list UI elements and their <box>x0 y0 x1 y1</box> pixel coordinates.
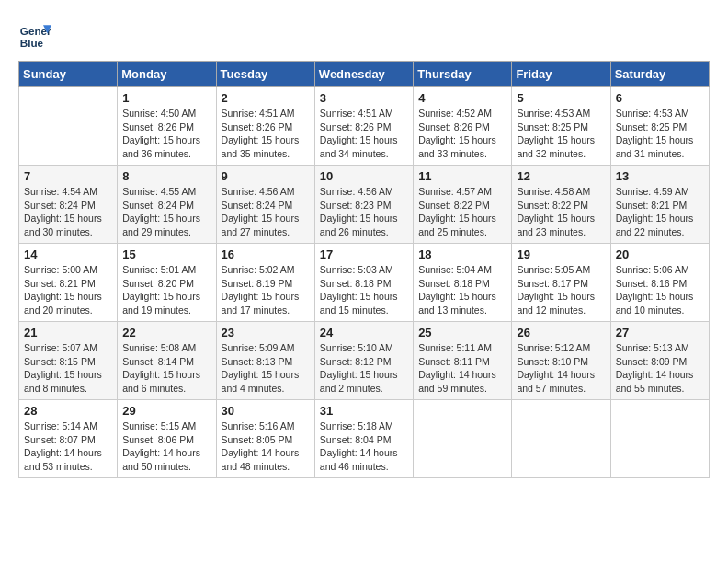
calendar-cell: 19Sunrise: 5:05 AM Sunset: 8:17 PM Dayli… <box>512 244 610 322</box>
day-info: Sunrise: 4:55 AM Sunset: 8:24 PM Dayligh… <box>122 185 210 239</box>
calendar-cell: 24Sunrise: 5:10 AM Sunset: 8:12 PM Dayli… <box>314 322 413 400</box>
calendar-cell: 13Sunrise: 4:59 AM Sunset: 8:21 PM Dayli… <box>610 166 709 244</box>
calendar-cell: 2Sunrise: 4:51 AM Sunset: 8:26 PM Daylig… <box>216 87 314 166</box>
calendar-cell: 10Sunrise: 4:56 AM Sunset: 8:23 PM Dayli… <box>314 166 413 244</box>
day-info: Sunrise: 5:14 AM Sunset: 8:07 PM Dayligh… <box>24 419 112 474</box>
calendar-cell: 8Sunrise: 4:55 AM Sunset: 8:24 PM Daylig… <box>118 166 216 244</box>
header-friday: Friday <box>512 62 610 87</box>
calendar-cell: 14Sunrise: 5:00 AM Sunset: 8:21 PM Dayli… <box>19 244 118 322</box>
day-info: Sunrise: 5:16 AM Sunset: 8:05 PM Dayligh… <box>222 419 310 474</box>
header-sunday: Sunday <box>19 62 118 87</box>
day-number: 27 <box>616 326 704 339</box>
day-info: Sunrise: 4:59 AM Sunset: 8:21 PM Dayligh… <box>616 185 704 239</box>
calendar-cell: 31Sunrise: 5:18 AM Sunset: 8:04 PM Dayli… <box>314 400 413 478</box>
calendar-header-row: SundayMondayTuesdayWednesdayThursdayFrid… <box>19 62 710 87</box>
calendar-cell: 30Sunrise: 5:16 AM Sunset: 8:05 PM Dayli… <box>216 400 314 478</box>
day-info: Sunrise: 5:11 AM Sunset: 8:11 PM Dayligh… <box>418 341 506 396</box>
calendar-cell: 23Sunrise: 5:09 AM Sunset: 8:13 PM Dayli… <box>216 322 314 400</box>
day-number: 19 <box>517 247 605 261</box>
calendar-cell <box>19 87 118 166</box>
day-number: 31 <box>320 404 408 418</box>
day-number: 28 <box>24 404 112 418</box>
logo: General Blue <box>18 18 55 52</box>
day-number: 23 <box>222 326 310 339</box>
calendar-cell: 25Sunrise: 5:11 AM Sunset: 8:11 PM Dayli… <box>414 322 512 400</box>
day-number: 12 <box>517 169 605 183</box>
day-info: Sunrise: 5:09 AM Sunset: 8:13 PM Dayligh… <box>222 341 310 396</box>
calendar-cell: 4Sunrise: 4:52 AM Sunset: 8:26 PM Daylig… <box>414 87 512 166</box>
header-tuesday: Tuesday <box>216 62 314 87</box>
day-info: Sunrise: 4:51 AM Sunset: 8:26 PM Dayligh… <box>320 107 408 161</box>
day-number: 30 <box>222 404 310 418</box>
page-header: General Blue <box>18 18 710 52</box>
calendar-cell <box>414 400 512 478</box>
day-number: 22 <box>122 326 210 339</box>
day-info: Sunrise: 5:01 AM Sunset: 8:20 PM Dayligh… <box>122 263 210 317</box>
calendar-cell: 3Sunrise: 4:51 AM Sunset: 8:26 PM Daylig… <box>314 87 413 166</box>
day-info: Sunrise: 4:54 AM Sunset: 8:24 PM Dayligh… <box>24 185 112 239</box>
day-info: Sunrise: 4:51 AM Sunset: 8:26 PM Dayligh… <box>222 107 310 161</box>
header-wednesday: Wednesday <box>314 62 413 87</box>
calendar-cell: 20Sunrise: 5:06 AM Sunset: 8:16 PM Dayli… <box>610 244 709 322</box>
header-saturday: Saturday <box>610 62 709 87</box>
week-row-3: 21Sunrise: 5:07 AM Sunset: 8:15 PM Dayli… <box>19 322 710 400</box>
day-number: 16 <box>222 247 310 261</box>
calendar-cell: 12Sunrise: 4:58 AM Sunset: 8:22 PM Dayli… <box>512 166 610 244</box>
header-monday: Monday <box>118 62 216 87</box>
day-info: Sunrise: 4:56 AM Sunset: 8:24 PM Dayligh… <box>222 185 310 239</box>
calendar-cell <box>512 400 610 478</box>
logo-icon: General Blue <box>18 18 51 52</box>
svg-text:Blue: Blue <box>20 37 44 49</box>
day-number: 24 <box>320 326 408 339</box>
calendar-cell: 17Sunrise: 5:03 AM Sunset: 8:18 PM Dayli… <box>314 244 413 322</box>
day-number: 4 <box>418 91 506 105</box>
day-info: Sunrise: 5:00 AM Sunset: 8:21 PM Dayligh… <box>24 263 112 317</box>
calendar-cell: 9Sunrise: 4:56 AM Sunset: 8:24 PM Daylig… <box>216 166 314 244</box>
day-info: Sunrise: 5:05 AM Sunset: 8:17 PM Dayligh… <box>517 263 605 317</box>
day-number: 14 <box>24 247 112 261</box>
day-number: 1 <box>122 91 210 105</box>
calendar-cell: 16Sunrise: 5:02 AM Sunset: 8:19 PM Dayli… <box>216 244 314 322</box>
day-info: Sunrise: 5:18 AM Sunset: 8:04 PM Dayligh… <box>320 419 408 474</box>
day-number: 10 <box>320 169 408 183</box>
week-row-1: 7Sunrise: 4:54 AM Sunset: 8:24 PM Daylig… <box>19 166 710 244</box>
day-number: 6 <box>616 91 704 105</box>
day-number: 5 <box>517 91 605 105</box>
day-number: 25 <box>418 326 506 339</box>
day-number: 7 <box>24 169 112 183</box>
day-info: Sunrise: 5:08 AM Sunset: 8:14 PM Dayligh… <box>122 341 210 396</box>
day-info: Sunrise: 5:15 AM Sunset: 8:06 PM Dayligh… <box>122 419 210 474</box>
week-row-4: 28Sunrise: 5:14 AM Sunset: 8:07 PM Dayli… <box>19 400 710 478</box>
day-number: 29 <box>122 404 210 418</box>
calendar-cell: 27Sunrise: 5:13 AM Sunset: 8:09 PM Dayli… <box>610 322 709 400</box>
calendar-cell: 5Sunrise: 4:53 AM Sunset: 8:25 PM Daylig… <box>512 87 610 166</box>
day-number: 26 <box>517 326 605 339</box>
week-row-0: 1Sunrise: 4:50 AM Sunset: 8:26 PM Daylig… <box>19 87 710 166</box>
day-number: 3 <box>320 91 408 105</box>
calendar-cell: 15Sunrise: 5:01 AM Sunset: 8:20 PM Dayli… <box>118 244 216 322</box>
day-info: Sunrise: 5:13 AM Sunset: 8:09 PM Dayligh… <box>616 341 704 396</box>
calendar-cell <box>610 400 709 478</box>
day-number: 21 <box>24 326 112 339</box>
header-thursday: Thursday <box>414 62 512 87</box>
day-info: Sunrise: 4:50 AM Sunset: 8:26 PM Dayligh… <box>122 107 210 161</box>
day-number: 18 <box>418 247 506 261</box>
day-number: 8 <box>122 169 210 183</box>
day-number: 9 <box>222 169 310 183</box>
day-info: Sunrise: 5:03 AM Sunset: 8:18 PM Dayligh… <box>320 263 408 317</box>
day-info: Sunrise: 5:02 AM Sunset: 8:19 PM Dayligh… <box>222 263 310 317</box>
day-info: Sunrise: 5:10 AM Sunset: 8:12 PM Dayligh… <box>320 341 408 396</box>
day-number: 13 <box>616 169 704 183</box>
day-info: Sunrise: 5:06 AM Sunset: 8:16 PM Dayligh… <box>616 263 704 317</box>
calendar-cell: 21Sunrise: 5:07 AM Sunset: 8:15 PM Dayli… <box>19 322 118 400</box>
day-number: 17 <box>320 247 408 261</box>
day-info: Sunrise: 5:04 AM Sunset: 8:18 PM Dayligh… <box>418 263 506 317</box>
calendar-cell: 29Sunrise: 5:15 AM Sunset: 8:06 PM Dayli… <box>118 400 216 478</box>
calendar-cell: 6Sunrise: 4:53 AM Sunset: 8:25 PM Daylig… <box>610 87 709 166</box>
week-row-2: 14Sunrise: 5:00 AM Sunset: 8:21 PM Dayli… <box>19 244 710 322</box>
calendar-cell: 1Sunrise: 4:50 AM Sunset: 8:26 PM Daylig… <box>118 87 216 166</box>
day-number: 11 <box>418 169 506 183</box>
day-info: Sunrise: 4:57 AM Sunset: 8:22 PM Dayligh… <box>418 185 506 239</box>
calendar-cell: 28Sunrise: 5:14 AM Sunset: 8:07 PM Dayli… <box>19 400 118 478</box>
day-info: Sunrise: 5:07 AM Sunset: 8:15 PM Dayligh… <box>24 341 112 396</box>
